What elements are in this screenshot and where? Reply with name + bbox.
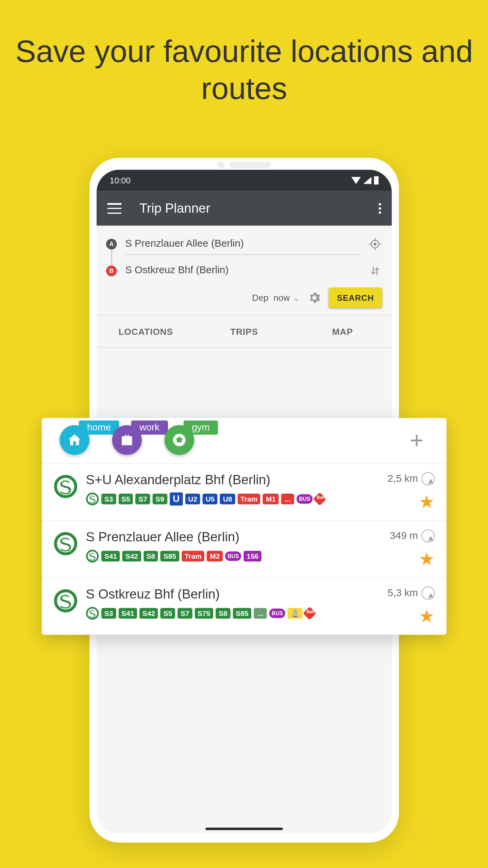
- line-badge: U5: [202, 494, 217, 505]
- sbahn-icon: [54, 475, 78, 498]
- departure-label[interactable]: Dep now ⌄: [252, 292, 300, 303]
- statusbar: 10:00: [97, 170, 392, 191]
- station-name: S Ostkreuz Bhf (Berlin): [86, 587, 379, 602]
- line-badge: BUS: [225, 552, 241, 561]
- phone-notch: [217, 161, 271, 168]
- station-item[interactable]: S Prenzlauer Allee (Berlin) S41S42S8S85T…: [42, 521, 447, 578]
- line-badge: BUS: [269, 609, 285, 618]
- line-badge: ...: [254, 608, 267, 619]
- station-name: S Prenzlauer Allee (Berlin): [86, 529, 381, 545]
- route-search: A B Dep now ⌄: [97, 226, 392, 315]
- line-badge: BUS: [297, 494, 313, 504]
- station-item[interactable]: S+U Alexanderplatz Bhf (Berlin) S3S5S7S9…: [42, 464, 447, 521]
- locate-icon[interactable]: [368, 237, 382, 251]
- line-badge: Tram: [237, 494, 260, 505]
- line-badge: S85: [233, 608, 251, 619]
- status-time: 10:00: [110, 176, 130, 185]
- tab-trips[interactable]: TRIPS: [195, 316, 293, 347]
- line-badge: M2: [207, 551, 223, 562]
- add-shortcut-button[interactable]: +: [405, 428, 428, 452]
- shortcut-label: work: [131, 421, 168, 435]
- line-badge: S5: [118, 494, 133, 505]
- line-badge: S9: [152, 494, 167, 505]
- line-badge: Bahn: [313, 492, 326, 506]
- station-name: S+U Alexanderplatz Bhf (Berlin): [86, 472, 379, 488]
- shortcut-gym[interactable]: gym: [164, 425, 194, 455]
- line-badge: 156: [243, 551, 262, 562]
- appbar: Trip Planner: [97, 191, 392, 226]
- station-item[interactable]: S Ostkreuz Bhf (Berlin) S3S41S42S5S7S75S…: [42, 578, 447, 635]
- point-b-marker: B: [106, 265, 117, 276]
- favourite-star-icon[interactable]: ★: [418, 548, 434, 569]
- tab-locations[interactable]: LOCATIONS: [97, 316, 195, 347]
- ubahn-icon: U: [169, 492, 183, 506]
- promo-headline: Save your favourite locations and routes: [0, 0, 488, 125]
- shortcut-work[interactable]: work: [112, 425, 142, 455]
- sbahn-icon: [54, 532, 78, 556]
- line-badge: S3: [101, 608, 116, 619]
- shortcuts-row: home work gym +: [42, 418, 447, 464]
- sbahn-icon: [86, 607, 99, 620]
- favourite-star-icon[interactable]: ★: [418, 606, 434, 626]
- line-badge: S42: [139, 608, 158, 619]
- compass-icon: [421, 587, 435, 600]
- search-button[interactable]: SEARCH: [329, 288, 382, 308]
- swap-icon[interactable]: [368, 263, 382, 278]
- signal-icon: [363, 177, 372, 184]
- menu-icon[interactable]: [107, 203, 121, 214]
- sbahn-icon: [86, 550, 99, 563]
- gear-icon[interactable]: [307, 291, 321, 305]
- line-badge: S3: [101, 494, 116, 505]
- line-badge: S41: [101, 551, 120, 562]
- line-badge: S75: [195, 608, 213, 619]
- sbahn-icon: [54, 589, 78, 613]
- line-badge: M1: [263, 494, 279, 505]
- from-input[interactable]: [125, 233, 360, 255]
- battery-icon: [374, 176, 378, 185]
- favourite-star-icon[interactable]: ★: [418, 491, 434, 512]
- line-badge: Tram: [181, 551, 204, 562]
- line-badge: S5: [160, 608, 175, 619]
- svg-point-2: [374, 243, 376, 245]
- compass-icon: [421, 529, 435, 543]
- line-badges: S3S5S7S9UU2U5U8TramM1...BUSBahn: [86, 492, 379, 506]
- shortcut-label: gym: [183, 421, 218, 435]
- line-badge: S42: [122, 551, 141, 562]
- line-badge: 🚊: [288, 608, 303, 619]
- line-badges: S41S42S8S85TramM2BUS156: [86, 550, 381, 563]
- line-badge: ...: [281, 494, 294, 505]
- sbahn-icon: [86, 492, 99, 506]
- line-badge: Bahn: [303, 607, 317, 620]
- line-badge: S41: [118, 608, 137, 619]
- line-badge: S85: [160, 551, 179, 562]
- home-indicator: [205, 828, 283, 830]
- compass-icon: [421, 472, 435, 486]
- favourites-card: home work gym + S+U Alexanderplatz Bhf (…: [42, 418, 447, 635]
- svg-rect-0: [374, 176, 378, 185]
- tabs: LOCATIONS TRIPS MAP: [97, 316, 392, 348]
- tab-map[interactable]: MAP: [293, 316, 391, 347]
- distance: 5,3 km: [387, 587, 434, 600]
- line-badge: S7: [135, 494, 150, 505]
- line-badge: S8: [143, 551, 158, 562]
- status-icons: [351, 176, 379, 185]
- line-badge: U8: [220, 494, 235, 505]
- more-icon[interactable]: [378, 203, 381, 214]
- distance: 349 m: [390, 529, 435, 543]
- distance: 2,5 km: [387, 472, 434, 486]
- line-badge: S7: [178, 608, 192, 619]
- point-a-marker: A: [106, 239, 117, 249]
- line-badges: S3S41S42S5S7S75S8S85...BUS🚊Bahn: [86, 607, 379, 620]
- line-badge: S8: [216, 608, 230, 619]
- wifi-icon: [351, 177, 361, 184]
- appbar-title: Trip Planner: [139, 201, 379, 216]
- to-input[interactable]: [125, 260, 360, 282]
- line-badge: U2: [185, 494, 200, 505]
- shortcut-home[interactable]: home: [60, 425, 89, 455]
